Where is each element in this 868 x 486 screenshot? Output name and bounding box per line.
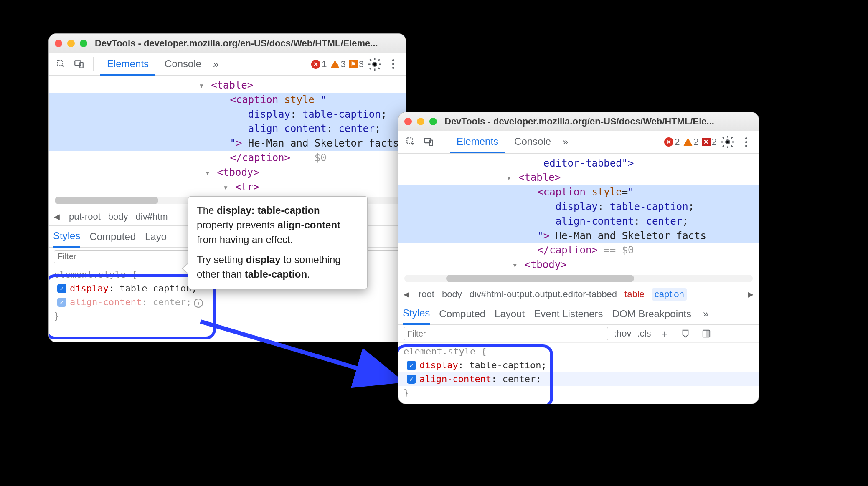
info-icon[interactable]: i (194, 299, 203, 308)
tab-elements[interactable]: Elements (100, 53, 155, 76)
inspect-icon[interactable] (54, 57, 69, 72)
svg-point-3 (373, 62, 377, 66)
computed-toggle-icon[interactable] (699, 326, 714, 341)
styles-filter-input[interactable] (404, 327, 608, 340)
css-brace: } (54, 309, 401, 323)
toolbar-badges: ✕2 2 ✕2 (664, 134, 754, 149)
tab-console[interactable]: Console (508, 131, 558, 153)
devtools-window-right: DevTools - developer.mozilla.org/en-US/d… (398, 112, 759, 404)
property-checkbox[interactable]: ✓ (57, 298, 66, 307)
crumb[interactable]: put-root (69, 211, 101, 222)
dom-tree[interactable]: editor-tabbed"> ▼ <table> <caption style… (398, 154, 759, 272)
dom-tree[interactable]: ▼ <table> <caption style=" display: tabl… (49, 76, 406, 194)
window-title: DevTools - developer.mozilla.org/en-US/d… (444, 116, 714, 127)
css-declaration-align-content[interactable]: ✓align-content: center;i (54, 295, 401, 309)
new-rule-icon[interactable]: ＋ (657, 326, 672, 341)
styles-filter-row: :hov .cls ＋ (398, 325, 759, 343)
devtools-toolbar: Elements Console » ✕1 3 ⚑3 (49, 53, 406, 76)
issues-badge[interactable]: ✕2 (702, 137, 717, 147)
traffic-lights (404, 118, 437, 125)
css-declaration-display[interactable]: ✓display: table-caption; (404, 358, 754, 372)
breadcrumb-right-icon[interactable]: ▶ (746, 288, 755, 301)
close-dot[interactable] (55, 40, 62, 47)
zoom-dot[interactable] (429, 118, 437, 125)
crumb[interactable]: div#htm (136, 211, 168, 222)
tab-elements[interactable]: Elements (450, 131, 505, 153)
minimize-dot[interactable] (67, 40, 75, 47)
traffic-lights (55, 40, 87, 47)
minimize-dot[interactable] (417, 118, 424, 125)
property-checkbox[interactable]: ✓ (57, 284, 66, 293)
subtab-styles[interactable]: Styles (403, 303, 430, 325)
errors-badge[interactable]: ✕2 (664, 137, 680, 147)
breadcrumbs[interactable]: ◀ root body div#html-output.output.edito… (398, 286, 759, 304)
devtools-toolbar: Elements Console » ✕2 2 ✕2 (398, 131, 759, 154)
kebab-icon[interactable] (739, 134, 754, 149)
rendering-icon[interactable] (678, 326, 693, 341)
crumb[interactable]: div#html-output.output.editor-tabbed (470, 289, 617, 300)
more-tabs-chevron-icon[interactable]: » (560, 136, 571, 148)
crumb[interactable]: table (624, 289, 645, 300)
property-checkbox[interactable]: ✓ (407, 361, 416, 370)
devtools-window-left: DevTools - developer.mozilla.org/en-US/d… (48, 33, 406, 342)
titlebar: DevTools - developer.mozilla.org/en-US/d… (49, 34, 406, 53)
inspect-icon[interactable] (404, 134, 419, 149)
styles-subtabs: Styles Computed Layout Event Listeners D… (398, 303, 759, 325)
svg-point-8 (726, 140, 730, 144)
subtab-layout[interactable]: Layo (145, 231, 167, 243)
issues-badge[interactable]: ⚑3 (349, 59, 364, 70)
crumb-selected[interactable]: caption (652, 288, 687, 301)
zoom-dot[interactable] (80, 40, 87, 47)
toolbar-badges: ✕1 3 ⚑3 (311, 57, 401, 72)
more-subtabs-chevron-icon[interactable]: » (700, 308, 711, 320)
gear-icon[interactable] (720, 134, 735, 149)
styles-block[interactable]: element.style { ✓display: table-caption;… (398, 343, 759, 404)
css-declaration-align-content[interactable]: ✓align-content: center; (398, 372, 759, 386)
property-checkbox[interactable]: ✓ (407, 375, 416, 384)
device-toggle-icon[interactable] (421, 134, 436, 149)
warnings-badge[interactable]: 2 (683, 137, 699, 147)
css-brace: } (404, 386, 754, 400)
hov-toggle[interactable]: :hov (614, 328, 632, 339)
breadcrumb-left-icon[interactable]: ◀ (52, 210, 61, 223)
subtab-computed[interactable]: Computed (439, 308, 485, 320)
errors-badge[interactable]: ✕1 (311, 59, 327, 70)
warnings-badge[interactable]: 3 (330, 59, 346, 70)
crumb[interactable]: body (108, 211, 128, 222)
crumb[interactable]: root (419, 289, 434, 300)
css-selector: element.style { (404, 344, 754, 358)
subtab-layout[interactable]: Layout (495, 308, 525, 320)
titlebar: DevTools - developer.mozilla.org/en-US/d… (398, 112, 759, 131)
close-dot[interactable] (404, 118, 412, 125)
property-tooltip: The display: table-caption property prev… (188, 196, 368, 289)
dom-horizontal-scrollbar[interactable] (404, 275, 753, 282)
window-title: DevTools - developer.mozilla.org/en-US/d… (95, 38, 378, 49)
svg-rect-10 (706, 330, 710, 337)
subtab-event-listeners[interactable]: Event Listeners (534, 308, 603, 320)
cls-toggle[interactable]: .cls (637, 328, 651, 339)
subtab-computed[interactable]: Computed (89, 231, 136, 243)
subtab-dom-breakpoints[interactable]: DOM Breakpoints (612, 308, 691, 320)
breadcrumb-left-icon[interactable]: ◀ (402, 288, 411, 301)
gear-icon[interactable] (367, 57, 382, 72)
more-tabs-chevron-icon[interactable]: » (211, 58, 221, 70)
tab-console[interactable]: Console (158, 53, 208, 76)
subtab-styles[interactable]: Styles (53, 226, 80, 248)
crumb[interactable]: body (442, 289, 462, 300)
kebab-icon[interactable] (386, 57, 401, 72)
device-toggle-icon[interactable] (71, 57, 86, 72)
